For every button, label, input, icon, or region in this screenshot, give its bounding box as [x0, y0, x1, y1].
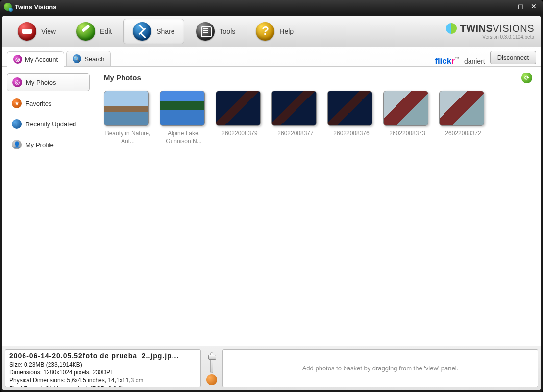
thumbnail-image	[327, 91, 372, 126]
file-info-box: 2006-06-14-20.05.52foto de prueba_2..jpg…	[5, 349, 201, 387]
brand-logo-icon	[446, 23, 457, 34]
sidebar-item-recently-updated[interactable]: ↑ Recently Updated	[7, 116, 90, 132]
app-window: Twins Visions — ◻ ✕ View Edit Share Tool…	[0, 0, 543, 392]
info-filename: 2006-06-14-20.05.52foto de prueba_2..jpg…	[9, 352, 197, 360]
photo-thumbnail[interactable]: 26022008372	[439, 91, 487, 145]
bottom-panel: 2006-06-14-20.05.52foto de prueba_2..jpg…	[2, 346, 541, 390]
thumbnail-image	[104, 91, 149, 126]
sidebar-item-label: Favorites	[25, 100, 51, 107]
thumbnail-grid: Beauty in Nature, Ant... Alpine Lake, Gu…	[104, 91, 532, 145]
thumbnail-image	[272, 91, 317, 126]
photo-thumbnail[interactable]: 26022008377	[272, 91, 320, 145]
sidebar-item-my-photos[interactable]: ◎ My Photos	[7, 74, 90, 91]
thumbnail-label: Beauty in Nature, Ant...	[104, 130, 152, 145]
thumbnail-label: Alpine Lake, Gunnison N...	[160, 130, 208, 145]
photo-thumbnail[interactable]: 26022008373	[383, 91, 431, 145]
body: ◎ My Photos ★ Favorites ↑ Recently Updat…	[2, 67, 541, 346]
info-dimensions: Dimensions: 1280x1024 pixels, 230DPI	[9, 368, 197, 376]
tools-button[interactable]: Tools	[187, 19, 245, 44]
info-physical: Physical Dimensions: 5,6x4,5 inches, 14,…	[9, 376, 197, 384]
view-button[interactable]: View	[9, 19, 65, 44]
share-button[interactable]: Share	[123, 19, 184, 44]
content: View Edit Share Tools Help	[2, 16, 541, 390]
brand: TWINSVISIONS Version 0.3.0.1104.beta	[446, 23, 534, 40]
maximize-button[interactable]: ◻	[516, 2, 526, 11]
help-label: Help	[279, 27, 294, 35]
thumbnail-image	[160, 91, 205, 126]
tools-icon	[196, 22, 215, 41]
sidebar-item-label: My Profile	[25, 141, 54, 148]
thumbnail-label: 26022008377	[272, 130, 320, 138]
sidebar-item-my-profile[interactable]: 👤 My Profile	[7, 136, 90, 153]
sidebar-item-favorites[interactable]: ★ Favorites	[7, 95, 90, 112]
app-title: Twins Visions	[15, 3, 56, 11]
view-label: View	[41, 27, 56, 35]
photo-thumbnail[interactable]: 26022008379	[216, 91, 264, 145]
share-label: Share	[156, 27, 174, 35]
edit-icon	[76, 22, 95, 41]
info-size: Size: 0,23MB (233,1914KB)	[9, 361, 197, 368]
slider-thumb[interactable]	[208, 355, 216, 360]
flickr-username: daniert	[464, 57, 485, 65]
tab-my-account[interactable]: ◎ My Account	[7, 51, 64, 67]
basket-hint: Add photos to basket by dragging from th…	[302, 365, 459, 372]
person-icon: 👤	[12, 140, 22, 149]
sidebar-item-label: My Photos	[26, 79, 56, 86]
view-icon	[18, 22, 36, 41]
zoom-slider-box	[205, 349, 219, 387]
photo-thumbnail[interactable]: Beauty in Nature, Ant...	[104, 91, 152, 145]
flickr-logo: flickr™	[435, 56, 459, 66]
main-area: My Photos ⟳ Beauty in Nature, Ant... Alp…	[95, 67, 541, 346]
basket-dropzone[interactable]: Add photos to basket by dragging from th…	[222, 349, 538, 387]
refresh-button[interactable]: ⟳	[521, 73, 532, 83]
thumbnail-image	[216, 91, 261, 126]
thumbnail-image	[383, 91, 428, 126]
disconnect-button[interactable]: Disconnect	[490, 51, 536, 64]
tab-search-label: Search	[84, 55, 104, 63]
app-icon	[4, 3, 12, 11]
titlebar: Twins Visions — ◻ ✕	[0, 0, 543, 14]
help-icon	[256, 22, 274, 41]
thumbnail-label: 26022008372	[439, 130, 487, 138]
minimize-button[interactable]: —	[503, 2, 514, 11]
thumbnail-image	[439, 91, 484, 126]
section-title: My Photos	[104, 74, 532, 82]
zoom-slider[interactable]	[210, 352, 213, 373]
thumbnail-label: 26022008379	[216, 130, 264, 138]
account-icon: ◎	[13, 55, 22, 64]
thumbnail-label: 26022008373	[383, 130, 431, 138]
photo-thumbnail[interactable]: 26022008376	[327, 91, 375, 145]
photo-thumbnail[interactable]: Alpine Lake, Gunnison N...	[160, 91, 208, 145]
tools-label: Tools	[220, 27, 236, 35]
sidebar: ◎ My Photos ★ Favorites ↑ Recently Updat…	[2, 67, 95, 346]
camera-icon: ◎	[12, 77, 22, 87]
help-button[interactable]: Help	[247, 19, 302, 44]
main-toolbar: View Edit Share Tools Help	[2, 16, 541, 47]
share-icon	[133, 22, 151, 41]
edit-label: Edit	[100, 27, 112, 35]
info-pixelformat: Pixel Format: 24 bits per pixel. (RGB=8,…	[9, 385, 197, 387]
brand-version: Version 0.3.0.1104.beta	[446, 34, 534, 40]
arrow-up-icon: ↑	[12, 119, 22, 129]
thumbnail-label: 26022008376	[327, 130, 375, 138]
basket-icon[interactable]	[206, 374, 217, 385]
tab-search[interactable]: 🔍 Search	[66, 51, 111, 66]
star-icon: ★	[12, 98, 22, 108]
brand-name: TWINSVISIONS	[460, 23, 534, 34]
subtab-row: ◎ My Account 🔍 Search flickr™ daniert Di…	[2, 47, 541, 67]
flickr-account: flickr™ daniert	[435, 56, 485, 66]
close-button[interactable]: ✕	[528, 2, 539, 11]
edit-button[interactable]: Edit	[68, 19, 121, 44]
tab-my-account-label: My Account	[25, 56, 58, 63]
sidebar-item-label: Recently Updated	[25, 121, 76, 128]
search-icon: 🔍	[73, 54, 81, 63]
